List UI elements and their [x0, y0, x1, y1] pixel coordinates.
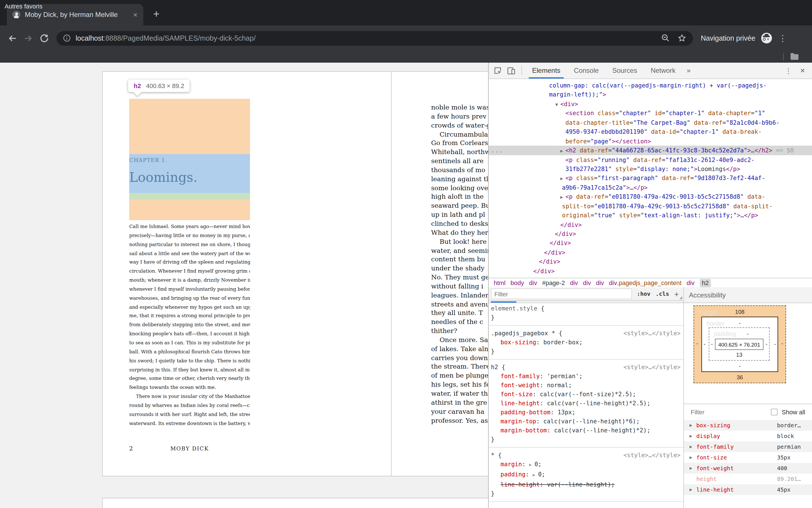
tree-node[interactable]: split-to="e0181780-479a-429c-9013-b5c5c2…: [489, 201, 812, 211]
breadcrumb-item[interactable]: div: [570, 279, 578, 287]
new-tab-button[interactable]: +: [149, 7, 164, 22]
show-all-checkbox[interactable]: [771, 409, 778, 415]
devtools-tabs: ElementsConsoleSourcesNetwork»: [525, 62, 779, 79]
tree-node[interactable]: </div>: [489, 248, 812, 257]
breadcrumb-item[interactable]: h2: [700, 279, 711, 287]
css-property[interactable]: line-height: var(--line-height);: [491, 480, 681, 489]
reload-button-icon[interactable]: [36, 30, 52, 46]
css-property[interactable]: line-height: calc(var(--line-height)*2.5…: [491, 398, 681, 408]
padding-right-value: -: [765, 341, 767, 347]
computed-property-row[interactable]: height89.201…: [684, 474, 812, 484]
tree-node[interactable]: ▶<p data-ref="e0181780-479a-429c-9013-b5…: [489, 192, 812, 202]
css-property[interactable]: margin-bottom: calc(var(--line-height)*2…: [491, 426, 681, 435]
book-text-line: ball. With a philosophical flourish Cato…: [129, 348, 250, 357]
book-text-line: whenever I find myself involuntarily pau…: [129, 285, 250, 294]
tree-node[interactable]: </div>: [489, 220, 812, 229]
back-button-icon[interactable]: [4, 30, 20, 46]
devtools-tab-network[interactable]: Network: [644, 62, 682, 79]
breadcrumb-item[interactable]: body: [511, 279, 524, 287]
tree-node[interactable]: <p class="running" data-ref="faf1a31c-26…: [489, 155, 812, 164]
devtools-menu-icon[interactable]: ⋮: [779, 66, 798, 75]
computed-property-row[interactable]: ▶box-sizingborder…: [684, 420, 812, 431]
tab-close-icon[interactable]: ✕: [133, 11, 138, 18]
style-rule[interactable]: element.style {}: [489, 301, 683, 326]
computed-sidebar: margin 108 36 - - border - - - - paddi: [684, 287, 812, 508]
style-rule[interactable]: <style>…</style>* {margin: ▶ 0;padding: …: [489, 448, 683, 502]
corner-resize-icon: [679, 296, 682, 299]
more-tabs-icon[interactable]: »: [682, 67, 695, 75]
css-property[interactable]: padding: ▶ 0;: [491, 470, 681, 480]
new-rule-button[interactable]: +: [674, 289, 679, 298]
devtools-tab-console[interactable]: Console: [567, 62, 605, 79]
tree-node[interactable]: ▶<p class="first-paragraph" data-ref="9d…: [489, 174, 812, 183]
devtools-close-icon[interactable]: ✕: [798, 67, 812, 74]
chapter-title: Loomings.: [129, 170, 197, 184]
css-property[interactable]: font-size: calc(var(--font-size)*2.5);: [491, 389, 681, 398]
tree-node[interactable]: </div>: [489, 229, 812, 239]
breadcrumb-item[interactable]: div: [583, 279, 591, 287]
devtools-tab-sources[interactable]: Sources: [605, 62, 644, 79]
css-property[interactable]: font-weight: normal;: [491, 380, 681, 389]
url-bar[interactable]: localhost:8888/PagedMedia/SAMPLES/moby-d…: [56, 31, 693, 45]
computed-filter-row: Filter Show all: [684, 404, 812, 420]
tree-node[interactable]: margin-left));">: [489, 90, 812, 99]
computed-property-row[interactable]: ▶displayblock: [684, 431, 812, 441]
pseudo-state-button[interactable]: :hov: [637, 291, 650, 297]
stylesheet-source-link[interactable]: <style>…</style>: [624, 329, 680, 338]
css-property[interactable]: font-family: 'permian';: [491, 371, 681, 380]
incognito-badge-icon[interactable]: [761, 33, 772, 43]
tree-node[interactable]: a9b6-79a17ca15c2a">…</p>: [489, 183, 812, 192]
book-text-line: nothing particular to interest me on sho…: [129, 240, 250, 249]
bookmark-star-icon[interactable]: [678, 34, 686, 42]
tree-node[interactable]: ...▶<h2 data-ref="44a66728-65ac-41fc-93c…: [489, 145, 812, 155]
style-rule[interactable]: <style>…</style>h2 {font-family: 'permia…: [489, 359, 683, 448]
css-property[interactable]: margin-top: calc(var(--line-height)*6);: [491, 417, 681, 426]
tab-title: Moby Dick, by Herman Melville: [25, 11, 130, 18]
tree-node[interactable]: </div>: [489, 257, 812, 266]
device-toolbar-icon[interactable]: [504, 64, 518, 77]
css-property[interactable]: margin: ▶ 0;: [491, 460, 681, 470]
breadcrumb-item[interactable]: div: [529, 279, 537, 287]
tree-node[interactable]: <section class="chapter" id="chapter-1" …: [489, 109, 812, 118]
zoom-out-icon[interactable]: [661, 34, 670, 42]
computed-property-row[interactable]: ▶font-weight400: [684, 463, 812, 474]
computed-property-row[interactable]: ▶font-familypermian: [684, 441, 812, 452]
styles-filter-input[interactable]: [491, 288, 632, 299]
site-info-icon[interactable]: [63, 34, 71, 42]
stylesheet-source-link[interactable]: <style>…</style>: [624, 363, 680, 371]
chrome-menu-icon[interactable]: ⋮: [778, 33, 787, 43]
forward-button-icon[interactable]: [20, 30, 36, 46]
box-model-border[interactable]: border - - - - padding - 13 - - 4: [702, 316, 778, 372]
class-toggle-button[interactable]: .cls: [656, 291, 669, 297]
browser-toolbar: localhost:8888/PagedMedia/SAMPLES/moby-d…: [0, 26, 812, 51]
computed-property-row[interactable]: ▶font-size35px: [684, 452, 812, 463]
tree-node[interactable]: before="page"></section>: [489, 136, 812, 145]
css-property[interactable]: box-sizing: border-box;: [491, 338, 681, 347]
tree-node[interactable]: 31fb277e2281" style="display: none;">Loo…: [489, 164, 812, 174]
breadcrumb-item[interactable]: div: [686, 279, 694, 287]
style-rule[interactable]: <style>…</style>.pagedjs_pagebox * {box-…: [489, 326, 683, 359]
inspect-element-icon[interactable]: [491, 64, 504, 77]
tree-node[interactable]: 4950-9347-ebdbbd201190" data-id="chapter…: [489, 127, 812, 136]
tree-node[interactable]: ▼<div>: [489, 99, 812, 109]
devtools-tab-elements[interactable]: Elements: [525, 62, 567, 79]
breadcrumb-item[interactable]: #page-2: [542, 279, 565, 287]
breadcrumb-item[interactable]: html: [494, 279, 506, 287]
other-bookmarks-button[interactable]: Autres favoris: [4, 3, 43, 10]
tree-node[interactable]: </div>: [489, 239, 812, 248]
box-model-padding[interactable]: padding - 13 - - 400.625 × 76.201: [709, 327, 770, 361]
computed-property-row[interactable]: ▶line-height45px: [684, 484, 812, 495]
css-property[interactable]: padding-bottom: 13px;: [491, 408, 681, 417]
tree-node[interactable]: original="true" style="text-align-last: …: [489, 211, 812, 220]
breadcrumb-item[interactable]: div.pagedjs_page_content: [609, 279, 682, 287]
tree-node[interactable]: </div>: [489, 266, 812, 276]
box-model-margin[interactable]: margin 108 36 - - border - - - - paddi: [693, 305, 786, 383]
breadcrumb-item[interactable]: div: [596, 279, 604, 287]
stylesheet-source-link[interactable]: <style>…</style>: [624, 451, 680, 460]
page-divider: [391, 72, 392, 476]
devtools-panel: ElementsConsoleSourcesNetwork» ⋮ ✕ colum…: [489, 62, 812, 508]
computed-filter-input[interactable]: Filter: [691, 409, 771, 415]
box-model-content[interactable]: 400.625 × 76.201: [715, 339, 763, 350]
tree-node[interactable]: data-chapter-title="The Carpet-Bag" data…: [489, 118, 812, 127]
tree-node[interactable]: column-gap: calc(var(--pagedjs-margin-ri…: [489, 81, 812, 90]
